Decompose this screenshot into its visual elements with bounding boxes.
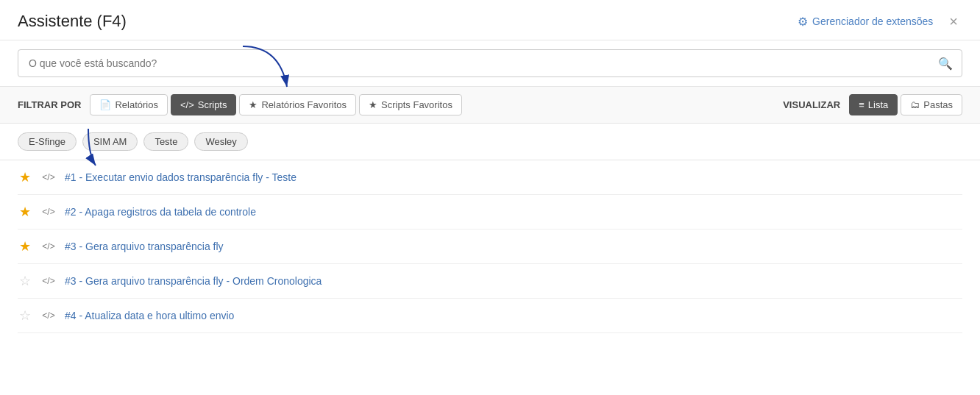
table-row: ★ </> #2 - Apaga registros da tabela de … <box>18 195 962 229</box>
star-filled-icon[interactable]: ★ <box>18 238 32 255</box>
star-filled-icon[interactable]: ★ <box>18 204 32 220</box>
filter-relatorios-label: Relatórios <box>115 99 158 110</box>
view-pastas-label: Pastas <box>923 99 953 110</box>
result-link[interactable]: #2 - Apaga registros da tabela de contro… <box>65 206 256 218</box>
code-icon: </> <box>180 99 194 110</box>
view-label: VISUALIZAR <box>783 99 840 110</box>
script-code-icon: </> <box>40 241 57 252</box>
search-icon: 🔍 <box>938 57 953 70</box>
gear-icon: ⚙ <box>798 15 808 29</box>
table-row: ★ </> #1 - Executar envio dados transpar… <box>18 160 962 195</box>
script-code-icon: </> <box>40 276 57 286</box>
table-row: ★ </> #3 - Gera arquivo transparência fl… <box>18 229 962 264</box>
view-pastas-button[interactable]: 🗂 Pastas <box>901 94 962 115</box>
star-scripts-icon: ★ <box>369 99 377 110</box>
extension-manager-label: Gerenciador de extensões <box>812 15 933 27</box>
table-row: ☆ </> #4 - Atualiza data e hora ultimo e… <box>18 299 962 333</box>
result-link[interactable]: #4 - Atualiza data e hora ultimo envio <box>65 310 234 321</box>
tag-teste[interactable]: Teste <box>143 132 188 151</box>
header: Assistente (F4) ⚙ Gerenciador de extensõ… <box>0 0 980 40</box>
star-filled-icon[interactable]: ★ <box>18 169 32 185</box>
result-link[interactable]: #1 - Executar envio dados transparência … <box>65 171 297 183</box>
table-row: ☆ </> #3 - Gera arquivo transparência fl… <box>18 264 962 299</box>
header-actions: ⚙ Gerenciador de extensões × <box>798 13 962 30</box>
script-code-icon: </> <box>40 207 57 217</box>
result-link[interactable]: #3 - Gera arquivo transparência fly <box>65 241 224 252</box>
search-input[interactable] <box>18 50 929 76</box>
script-code-icon: </> <box>40 310 57 321</box>
close-button[interactable]: × <box>945 13 962 30</box>
filter-scripts-favoritos-label: Scripts Favoritos <box>381 99 452 110</box>
filter-relatorios-favoritos-button[interactable]: ★ Relatórios Favoritos <box>239 94 356 115</box>
search-bar: 🔍 <box>0 40 980 87</box>
extension-manager-link[interactable]: ⚙ Gerenciador de extensões <box>798 15 933 29</box>
filter-scripts-favoritos-button[interactable]: ★ Scripts Favoritos <box>359 94 462 115</box>
star-relatorios-icon: ★ <box>249 99 258 110</box>
filter-scripts-button[interactable]: </> Scripts <box>171 94 237 115</box>
filter-relatorios-button[interactable]: 📄 Relatórios <box>90 94 168 115</box>
list-icon: ≡ <box>859 99 864 110</box>
filter-scripts-label: Scripts <box>198 99 227 110</box>
tag-sim-am[interactable]: SIM AM <box>82 132 138 151</box>
folder-icon: 🗂 <box>910 99 920 110</box>
view-lista-label: Lista <box>868 99 888 110</box>
search-container: 🔍 <box>18 49 962 77</box>
tag-e-sfinge[interactable]: E-Sfinge <box>18 132 77 151</box>
results-list: ★ </> #1 - Executar envio dados transpar… <box>0 160 980 333</box>
star-empty-icon[interactable]: ☆ <box>18 273 32 289</box>
tag-wesley[interactable]: Wesley <box>194 132 247 151</box>
star-empty-icon[interactable]: ☆ <box>18 307 32 324</box>
search-button[interactable]: 🔍 <box>929 51 962 76</box>
result-link[interactable]: #3 - Gera arquivo transparência fly - Or… <box>65 275 322 287</box>
page-title: Assistente (F4) <box>18 12 127 31</box>
filter-relatorios-favoritos-label: Relatórios Favoritos <box>261 99 347 110</box>
tags-bar: E-Sfinge SIM AM Teste Wesley <box>0 124 980 160</box>
view-section: VISUALIZAR ≡ Lista 🗂 Pastas <box>783 94 962 115</box>
filter-label: FILTRAR POR <box>18 99 81 110</box>
view-lista-button[interactable]: ≡ Lista <box>849 94 898 115</box>
document-icon: 📄 <box>99 99 111 110</box>
script-code-icon: </> <box>40 172 57 182</box>
filter-bar: FILTRAR POR 📄 Relatórios </> Scripts ★ R… <box>0 87 980 124</box>
filter-section: FILTRAR POR 📄 Relatórios </> Scripts ★ R… <box>18 94 462 115</box>
